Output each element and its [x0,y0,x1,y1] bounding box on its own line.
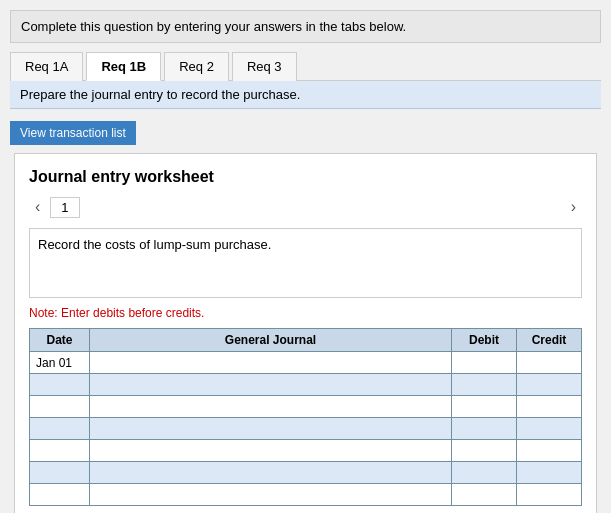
table-row-debit-1[interactable] [452,374,517,396]
col-header-date: Date [30,329,90,352]
table-row-date-0[interactable]: Jan 01 [30,352,90,374]
next-arrow-icon[interactable]: › [565,196,582,218]
table-row [30,374,582,396]
col-header-debit: Debit [452,329,517,352]
journal-title: Journal entry worksheet [29,168,582,186]
table-row-journal-2[interactable] [90,396,452,418]
table-row-credit-1[interactable] [517,374,582,396]
table-row-date-6[interactable] [30,484,90,506]
page-number: 1 [50,197,79,218]
table-row-journal-4[interactable] [90,440,452,462]
table-row [30,418,582,440]
table-row: Jan 01 [30,352,582,374]
table-row-date-4[interactable] [30,440,90,462]
nav-row: ‹ 1 › [29,196,582,218]
table-row-credit-6[interactable] [517,484,582,506]
table-row-journal-5[interactable] [90,462,452,484]
table-row [30,462,582,484]
table-row-journal-0[interactable] [90,352,452,374]
table-row-debit-5[interactable] [452,462,517,484]
table-row-credit-4[interactable] [517,440,582,462]
tab-req1a[interactable]: Req 1A [10,52,83,81]
tab-req1b[interactable]: Req 1B [86,52,161,81]
col-header-credit: Credit [517,329,582,352]
table-row-debit-3[interactable] [452,418,517,440]
table-row-debit-4[interactable] [452,440,517,462]
journal-card: Journal entry worksheet ‹ 1 › Record the… [14,153,597,513]
view-transaction-button[interactable]: View transaction list [10,121,136,145]
table-row-debit-6[interactable] [452,484,517,506]
table-row-credit-0[interactable] [517,352,582,374]
tab-req2[interactable]: Req 2 [164,52,229,81]
table-row-date-2[interactable] [30,396,90,418]
table-row-debit-0[interactable] [452,352,517,374]
table-row-credit-3[interactable] [517,418,582,440]
tab-req3[interactable]: Req 3 [232,52,297,81]
table-row [30,396,582,418]
table-row-journal-1[interactable] [90,374,452,396]
table-row-date-3[interactable] [30,418,90,440]
table-row [30,484,582,506]
journal-table: Date General Journal Debit Credit Jan 01 [29,328,582,506]
col-header-journal: General Journal [90,329,452,352]
sub-instruction: Prepare the journal entry to record the … [10,81,601,109]
tabs-row: Req 1A Req 1B Req 2 Req 3 [10,51,601,81]
instruction-text: Complete this question by entering your … [10,10,601,43]
table-row [30,440,582,462]
note-text: Note: Enter debits before credits. [29,306,582,320]
description-box: Record the costs of lump-sum purchase. [29,228,582,298]
table-row-credit-2[interactable] [517,396,582,418]
prev-arrow-icon[interactable]: ‹ [29,196,46,218]
table-row-journal-6[interactable] [90,484,452,506]
table-row-journal-3[interactable] [90,418,452,440]
table-row-date-5[interactable] [30,462,90,484]
table-row-date-1[interactable] [30,374,90,396]
table-row-credit-5[interactable] [517,462,582,484]
table-row-debit-2[interactable] [452,396,517,418]
